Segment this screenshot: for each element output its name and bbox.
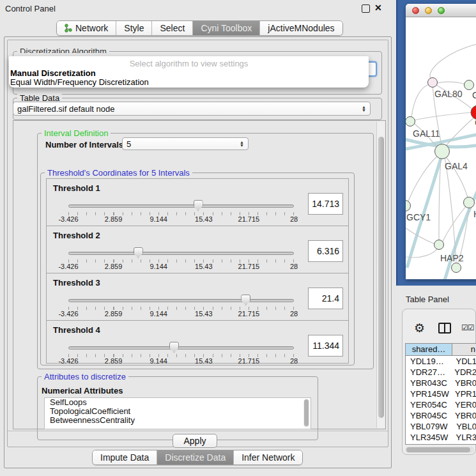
table-row[interactable]: YLR345WYLR3	[406, 432, 476, 443]
nodes[interactable]	[406, 78, 476, 273]
scrollbar-thumb[interactable]	[378, 137, 384, 418]
horizontal-scrollbar[interactable]	[405, 447, 474, 453]
tab-infer-network[interactable]: Infer Network	[234, 450, 302, 464]
scale-tick-label: 28	[290, 215, 298, 223]
threshold-slider[interactable]	[68, 204, 294, 208]
gear-icon[interactable]: ⚙	[414, 321, 425, 335]
threshold-value-field[interactable]: 6.316	[308, 240, 343, 262]
slider-thumb[interactable]	[169, 342, 179, 353]
float-window-icon[interactable]	[362, 4, 370, 13]
table-row[interactable]: YBL079WYBL0	[406, 421, 476, 432]
slider-thumb[interactable]	[134, 247, 143, 258]
cell-name[interactable]: YLR3	[451, 432, 476, 443]
node-gal80[interactable]	[428, 78, 438, 88]
vertical-scrollbar[interactable]	[376, 121, 385, 428]
table-row[interactable]: YIL052CYIL0	[406, 443, 476, 445]
apply-button[interactable]: Apply	[173, 434, 217, 448]
column-header-shared[interactable]: shared…	[406, 344, 452, 355]
table-row[interactable]: YDL19…YDL1	[406, 356, 476, 367]
number-of-intervals-value: 5	[127, 139, 131, 149]
slider-thumb[interactable]	[194, 200, 203, 211]
table-data-combo[interactable]: galFiltered.sif default node ▲▼	[13, 102, 371, 116]
scale-tick-label: -3.426	[58, 310, 78, 318]
node-top-right[interactable]	[464, 81, 474, 90]
threshold-slider[interactable]	[68, 346, 294, 349]
label-h-partial: H	[473, 209, 476, 219]
cell-name[interactable]: YIL0	[452, 443, 476, 445]
list-item[interactable]: SelfLoops	[45, 398, 311, 407]
cell-shared[interactable]: YER054C	[406, 399, 450, 410]
cell-name[interactable]: YPR1	[450, 388, 476, 399]
tab-network[interactable]: Network	[57, 21, 116, 35]
cell-name[interactable]: YDL1	[451, 356, 476, 367]
slider-thumb[interactable]	[241, 295, 250, 305]
list-item[interactable]: BetweennessCentrality	[45, 416, 311, 425]
threshold-label: Threshold 2	[53, 231, 100, 240]
cell-shared[interactable]: YDL19…	[406, 356, 451, 367]
threshold-row: Threshold 2 -3.426 2.859 9.144 15.43 21.…	[46, 226, 349, 273]
tab-impute-data-label: Impute Data	[100, 452, 149, 463]
network-window[interactable]: GAL80 GA GAL11 C GAL4 H GCY1 HAP2	[406, 4, 476, 279]
threshold-label: Threshold 3	[53, 278, 100, 288]
threshold-slider[interactable]	[68, 299, 294, 302]
network-icon	[65, 24, 72, 33]
cell-shared[interactable]: YBL079W	[406, 421, 452, 432]
select-columns-icon[interactable]: ☑☑	[461, 323, 474, 332]
cell-name[interactable]: YBR0	[450, 378, 476, 388]
network-window-titlebar[interactable]	[406, 4, 476, 17]
cell-shared[interactable]: YDR27…	[406, 367, 450, 378]
attributes-list[interactable]: SelfLoops TopologicalCoefficient Between…	[44, 397, 311, 429]
cell-name[interactable]: YBL0	[452, 421, 476, 432]
list-item[interactable]: TopologicalCoefficient	[45, 407, 311, 416]
threshold-label: Threshold 1	[53, 183, 100, 193]
tab-impute-data[interactable]: Impute Data	[93, 450, 157, 464]
threshold-slider[interactable]	[68, 252, 294, 255]
cell-shared[interactable]: YLR345W	[406, 432, 451, 443]
control-panel: Control Panel ✕ Network Style Select Cyn…	[0, 0, 396, 476]
columns-icon[interactable]	[438, 323, 451, 334]
scale-tick-label: -3.426	[58, 215, 78, 223]
cell-name[interactable]: YBR0	[450, 410, 476, 421]
threshold-label: Threshold 4	[53, 325, 100, 335]
tab-jactivemnodules[interactable]: jActiveMNodules	[260, 21, 342, 35]
cell-name[interactable]: YDR2	[450, 367, 476, 378]
cell-name[interactable]: YER0	[450, 399, 476, 410]
node-right-mid[interactable]	[464, 197, 475, 208]
tab-discretize-data[interactable]: Discretize Data	[157, 450, 234, 464]
zoom-traffic-light-icon[interactable]	[438, 7, 445, 14]
node-table[interactable]: shared… n YDL19…YDL1 YDR27…YDR2 YBR043CY…	[405, 343, 476, 445]
threshold-value-field[interactable]: 21.4	[308, 288, 343, 309]
tab-select[interactable]: Select	[152, 21, 193, 35]
label-gal11: GAL11	[413, 128, 440, 139]
node-gcy1[interactable]	[406, 201, 411, 211]
column-header-name[interactable]: n	[452, 344, 476, 355]
list-scrollbar[interactable]	[303, 399, 309, 427]
table-row[interactable]: YBR043CYBR0	[406, 378, 476, 388]
network-canvas[interactable]: GAL80 GA GAL11 C GAL4 H GCY1 HAP2	[406, 17, 476, 279]
tab-cyni-toolbox-label: Cyni Toolbox	[201, 23, 252, 33]
cell-shared[interactable]: YPR145W	[406, 388, 450, 399]
table-row[interactable]: YER054CYER0	[406, 399, 476, 410]
tab-cyni-toolbox[interactable]: Cyni Toolbox	[193, 21, 260, 35]
number-of-intervals-combo[interactable]: 5 ▲▼	[122, 137, 249, 150]
threshold-value-field[interactable]: 14.713	[308, 193, 343, 215]
node-bottom[interactable]	[452, 263, 461, 273]
close-icon[interactable]: ✕	[374, 3, 382, 13]
threshold-value-field[interactable]: 11.344	[308, 335, 343, 357]
table-row[interactable]: YBR045CYBR0	[406, 410, 476, 421]
dropdown-option-equal-width[interactable]: Equal Width/Frequency Discretization	[10, 77, 149, 87]
node-gal11[interactable]	[406, 117, 415, 127]
dropdown-option-manual-discretization[interactable]: Manual Discretization	[10, 68, 96, 78]
minimize-traffic-light-icon[interactable]	[425, 7, 432, 14]
node-gal4[interactable]	[435, 144, 450, 159]
cell-shared[interactable]: YIL052C	[406, 443, 452, 445]
close-traffic-light-icon[interactable]	[412, 7, 419, 14]
cell-shared[interactable]: YBR045C	[406, 410, 450, 421]
node-hap2[interactable]	[434, 240, 444, 250]
tab-style[interactable]: Style	[116, 21, 152, 35]
table-row[interactable]: YPR145WYPR1	[406, 388, 476, 399]
cell-shared[interactable]: YBR043C	[406, 378, 450, 388]
table-row[interactable]: YDR27…YDR2	[406, 367, 476, 378]
scrollbar-thumb[interactable]	[406, 447, 470, 452]
scale-tick-label: 2.859	[105, 357, 123, 365]
